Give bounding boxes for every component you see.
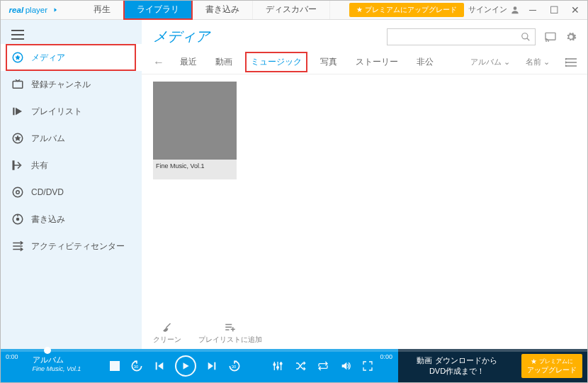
- sidebar-item-label: CD/DVD: [31, 187, 64, 197]
- svg-point-9: [16, 191, 20, 194]
- filter-tab-1[interactable]: 動画: [213, 55, 235, 70]
- forward-30-button[interactable]: 30: [227, 359, 242, 373]
- svg-point-41: [280, 362, 282, 365]
- chevron-down-icon: ⌄: [543, 57, 550, 67]
- svg-rect-5: [13, 108, 14, 116]
- sidebar-item-label: アルバム: [31, 133, 65, 145]
- activity-icon: [11, 240, 24, 252]
- add-to-playlist-button[interactable]: プレイリストに追加: [198, 321, 262, 345]
- svg-point-22: [565, 58, 566, 60]
- svg-point-23: [565, 62, 566, 63]
- time-total: 0:00: [374, 353, 398, 360]
- filter-tab-3[interactable]: 写真: [317, 55, 340, 70]
- premium-label: プレミアムにアップグレード: [365, 5, 457, 15]
- stop-button[interactable]: [110, 361, 120, 371]
- playlist-icon: [11, 105, 24, 118]
- gear-icon[interactable]: [565, 31, 577, 43]
- sidebar-item-label: 書き込み: [31, 213, 65, 226]
- shuffle-button[interactable]: [294, 360, 307, 372]
- broom-icon: [161, 321, 174, 334]
- sidebar-item-burn[interactable]: 書き込み: [0, 206, 142, 233]
- burn-icon: [11, 213, 24, 226]
- svg-rect-34: [214, 362, 215, 370]
- next-button[interactable]: [206, 360, 217, 372]
- svg-rect-4: [13, 82, 23, 89]
- sidebar-item-share[interactable]: 共有: [0, 152, 142, 179]
- cleanup-button[interactable]: クリーン: [153, 321, 181, 345]
- hamburger-button[interactable]: [0, 26, 142, 44]
- sidebar-item-label: 共有: [31, 160, 48, 172]
- filter-tab-2[interactable]: ミュージック: [248, 55, 305, 70]
- rewind-30-button[interactable]: 30: [130, 359, 144, 373]
- cast-icon[interactable]: [544, 32, 557, 42]
- now-playing-title: アルバム: [33, 355, 101, 365]
- search-input[interactable]: [392, 33, 521, 41]
- sidebar-item-label: プレイリスト: [31, 106, 82, 118]
- minimize-button[interactable]: ─: [524, 1, 541, 18]
- star-icon: ★: [356, 6, 363, 13]
- tab-3[interactable]: ディスカバー: [253, 0, 330, 19]
- sidebar-item-tv[interactable]: 登録チャンネル: [0, 71, 142, 98]
- svg-rect-7: [13, 161, 14, 170]
- svg-point-8: [13, 187, 23, 197]
- close-button[interactable]: ✕: [567, 1, 584, 18]
- previous-button[interactable]: [154, 360, 165, 372]
- sidebar-item-album[interactable]: アルバム: [0, 125, 142, 152]
- fullscreen-button[interactable]: [362, 360, 373, 372]
- svg-point-2: [514, 6, 517, 10]
- now-playing-subtitle: Fine Music, Vol.1: [33, 365, 101, 372]
- disc-icon: [11, 186, 24, 199]
- signin-button[interactable]: サインイン: [468, 4, 520, 15]
- user-icon: [510, 5, 520, 15]
- svg-point-16: [522, 33, 528, 38]
- tab-0[interactable]: 再生: [81, 0, 124, 19]
- cleanup-label: クリーン: [153, 335, 181, 345]
- chevron-down-icon: ⌄: [504, 57, 510, 67]
- svg-rect-33: [156, 362, 157, 370]
- tab-2[interactable]: 書き込み: [193, 0, 253, 19]
- star-icon: ★: [531, 357, 537, 366]
- maximize-button[interactable]: ☐: [545, 1, 562, 18]
- promo-text: 動画 ダウンロードから DVD作成まで！: [398, 355, 516, 377]
- back-button[interactable]: ←: [153, 56, 164, 69]
- progress-handle[interactable]: [44, 347, 51, 354]
- sidebar-item-label: メディア: [31, 52, 65, 64]
- svg-point-39: [277, 367, 279, 369]
- search-icon[interactable]: [521, 32, 531, 42]
- svg-text:player: player: [26, 5, 48, 13]
- page-title: メディア: [153, 27, 378, 46]
- search-input-container[interactable]: [387, 28, 536, 45]
- filter-tab-4[interactable]: ストーリー: [353, 55, 401, 70]
- sidebar-item-activity[interactable]: アクティビティセンター: [0, 233, 142, 260]
- repeat-button[interactable]: [317, 360, 329, 372]
- premium-upgrade-button[interactable]: ★ プレミアムにアップグレード: [349, 3, 464, 17]
- progress-bar[interactable]: [0, 349, 588, 352]
- sidebar-item-playlist[interactable]: プレイリスト: [0, 98, 142, 125]
- share-icon: [11, 159, 24, 172]
- svg-text:30: 30: [232, 365, 237, 369]
- group-dropdown[interactable]: アルバム ⌄: [470, 57, 510, 67]
- filter-tab-5[interactable]: 非公: [414, 55, 436, 70]
- filter-tab-0[interactable]: 最近: [177, 55, 200, 70]
- app-logo[interactable]: realplayer: [0, 0, 81, 19]
- svg-text:30: 30: [134, 365, 139, 369]
- sort-dropdown[interactable]: 名前 ⌄: [526, 57, 550, 67]
- album-title: Fine Music, Vol.1: [153, 160, 237, 179]
- svg-text:real: real: [9, 5, 24, 13]
- volume-button[interactable]: [339, 360, 352, 372]
- play-button[interactable]: [175, 355, 196, 377]
- equalizer-button[interactable]: [271, 360, 284, 372]
- svg-point-24: [565, 65, 566, 67]
- sidebar-item-disc[interactable]: CD/DVD: [0, 179, 142, 206]
- playlist-add-icon: [224, 321, 237, 334]
- svg-line-25: [166, 323, 171, 328]
- album-thumbnail: [153, 82, 237, 160]
- sidebar-item-star-circle[interactable]: メディア: [0, 44, 142, 71]
- signin-label: サインイン: [468, 4, 507, 15]
- tab-1[interactable]: ライブラリ: [124, 0, 193, 19]
- view-list-icon[interactable]: [565, 58, 577, 67]
- album-card[interactable]: Fine Music, Vol.1: [153, 82, 237, 179]
- svg-point-11: [17, 218, 19, 221]
- promo-upgrade-button[interactable]: ★プレミアムに アップグレード: [521, 354, 582, 378]
- sidebar-item-label: アクティビティセンター: [31, 240, 125, 252]
